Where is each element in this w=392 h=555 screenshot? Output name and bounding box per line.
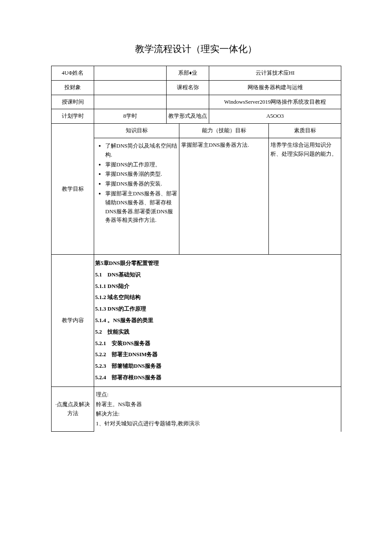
label-object: 投财象 <box>52 80 94 95</box>
difficulty-line: 舲署主。NS取务器 <box>96 400 339 409</box>
value-format-location: A5OO3 <box>209 109 341 124</box>
content-line: 5.1.4 。NS服务器的类里 <box>95 316 340 325</box>
label-difficulties: ·点魔点及解决方法 <box>52 386 94 432</box>
value-textbook: WindowsServer2019网络操作系统攻目教程 <box>209 95 341 109</box>
label-teaching-content: 教学内容 <box>52 254 94 386</box>
label-course-name: 课程名弥 <box>167 80 209 95</box>
content-line: 5.2.2 部署主DNSIM务器 <box>95 350 340 359</box>
row-time: 授课时间 WindowsServer2019网络操作系统攻目教程 <box>52 95 341 109</box>
label-department: 系部♦业 <box>167 66 209 81</box>
content-line: 第5章DNS眼分零配置管理 <box>95 259 340 268</box>
label-format-location: 教学形式及地点 <box>167 109 209 124</box>
content-line: 5.2.4 部署存根DNS服务器 <box>95 373 340 382</box>
label-teacher-name: 4UΦ姓名 <box>52 66 94 81</box>
row-goals-content: 了解DNS简介以及域名空间结构. 掌握DNS的工作原理。 掌握DNS服务溺的类型… <box>52 138 341 254</box>
row-teaching-content: 教学内容 第5章DNS眼分零配置管理 5.1 DNS基础知识 5.1.1 DNS… <box>52 254 341 386</box>
difficulty-line: 理点: <box>96 390 339 399</box>
content-line: 5.2 技能实践 <box>95 328 340 337</box>
cell-difficulties: 理点: 舲署主。NS取务器 解决方法: 1、针对关城知识点进行专题辅导,教师演示 <box>94 386 341 432</box>
page-title: 教学流程设计（理实一体化） <box>51 43 341 55</box>
cell-quality-goals: 培养学生综合运用知识分析、处理实际问题的能力。 <box>269 138 341 254</box>
knowledge-item: 掌握DNS服务溺的类型. <box>105 170 177 179</box>
value-time <box>94 95 167 109</box>
knowledge-item: 掌握部署主DNS服务器、部署辅助DNS服务器、部署存根DNS服务器.部署委派DN… <box>105 189 177 225</box>
label-time: 授课时间 <box>52 95 94 109</box>
cell-teaching-content: 第5章DNS眼分零配置管理 5.1 DNS基础知识 5.1.1 DNS陆介 5.… <box>94 254 341 386</box>
lesson-plan-table: 4UΦ姓名 系部♦业 云计算技术应HI 投财象 课程名弥 网络服务器构建与运维 … <box>51 66 341 432</box>
cell-skill-goals: 掌握部署主DNS服务器方法. <box>179 138 269 254</box>
knowledge-item: 掌握DNS服务器的安装. <box>105 180 177 189</box>
value-hours: 8学时 <box>94 109 167 124</box>
content-line: 5.2.1 安装DNS服务器 <box>95 339 340 348</box>
row-name: 4UΦ姓名 系部♦业 云计算技术应HI <box>52 66 341 81</box>
knowledge-item: 掌握DNS的工作原理。 <box>105 160 177 169</box>
header-knowledge-goal: 知识目标 <box>94 124 179 138</box>
label-teaching-goals: 教学目标 <box>52 124 94 255</box>
knowledge-item: 了解DNS简介以及域名空间结构. <box>105 142 177 160</box>
content-line: 5.1.3 DNS的工作原理 <box>95 305 340 314</box>
row-hours: 计划学时 8学时 教学形式及地点 A5OO3 <box>52 109 341 124</box>
value-teacher-name <box>94 66 167 81</box>
content-line: 5.1 DNS基础知识 <box>95 270 340 279</box>
header-skill-goal: 能力（技能）目标 <box>179 124 269 138</box>
label-blank <box>167 95 209 109</box>
difficulty-line: 解决方法: <box>96 410 339 418</box>
content-line: 5.1.2 域名空间结构 <box>95 293 340 302</box>
value-course-name: 网络服务器构建与运维 <box>209 80 341 95</box>
label-hours: 计划学时 <box>52 109 94 124</box>
header-quality-goal: 素质目标 <box>269 124 341 138</box>
row-goals-header: 教学目标 知识目标 能力（技能）目标 素质目标 <box>52 124 341 138</box>
difficulty-line: 1、针对关城知识点进行专题辅导,教师演示 <box>96 419 339 428</box>
value-department: 云计算技术应HI <box>209 66 341 81</box>
content-line: 5.1.1 DNS陆介 <box>95 282 340 291</box>
value-object <box>94 80 167 95</box>
row-difficulties: ·点魔点及解决方法 理点: 舲署主。NS取务器 解决方法: 1、针对关城知识点进… <box>52 386 341 432</box>
cell-knowledge-goals: 了解DNS简介以及域名空间结构. 掌握DNS的工作原理。 掌握DNS服务溺的类型… <box>94 138 179 254</box>
content-line: 5.2.3 部箸辅助DNS服务器 <box>95 362 340 371</box>
row-object: 投财象 课程名弥 网络服务器构建与运维 <box>52 80 341 95</box>
